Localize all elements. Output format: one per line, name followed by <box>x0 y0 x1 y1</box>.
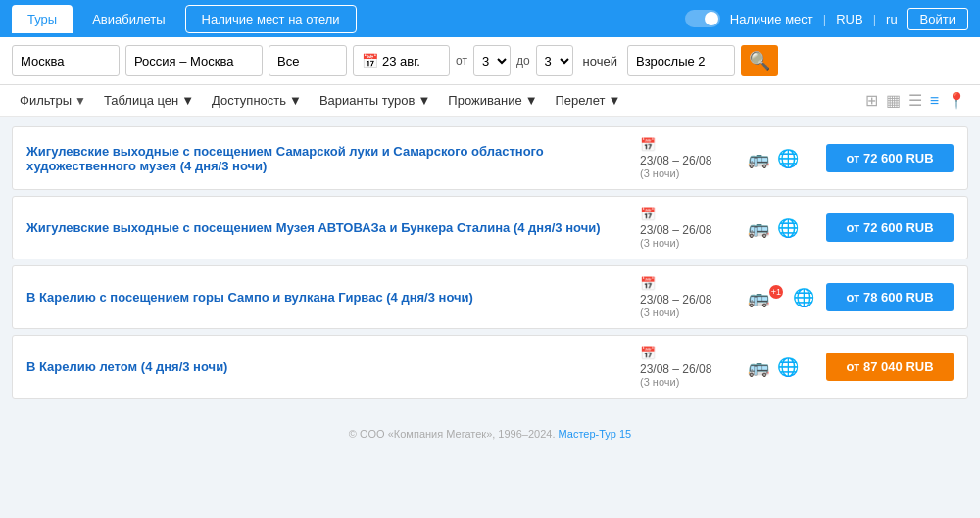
globe-icon: 🌐 <box>777 217 799 239</box>
tab-tours[interactable]: Туры <box>12 5 73 33</box>
tour-result-card: В Карелию летом (4 дня/3 ночи) 📅 23/08 –… <box>12 335 968 399</box>
transport-icon: 🚌 <box>748 287 769 308</box>
calendar-icon: 📅 <box>362 53 378 69</box>
availability-button[interactable]: Доступность ▼ <box>206 91 308 110</box>
globe-icon: 🌐 <box>777 148 799 169</box>
top-nav: Туры Авиабилеты Наличие мест на отели На… <box>0 0 980 37</box>
tour-icons: 🚌 🌐 <box>748 356 826 378</box>
nights: (3 ночи) <box>640 167 679 179</box>
date-range: 23/08 – 26/08 <box>640 154 711 167</box>
destination-input[interactable] <box>125 45 263 76</box>
city-input[interactable] <box>12 45 120 76</box>
search-bar: 📅 от 3 до 3 ночей 🔍 <box>0 37 980 85</box>
tour-icons: 🚌 🌐 <box>748 148 826 169</box>
from-label: от <box>456 54 467 68</box>
footer-link[interactable]: Мастер-Тур 15 <box>559 428 632 440</box>
nights: (3 ночи) <box>640 237 679 249</box>
tour-icons: 🚌 🌐 <box>748 217 826 239</box>
tour-result-card: Жигулевские выходные с посещением Музея … <box>12 196 968 259</box>
globe-icon: 🌐 <box>793 287 814 308</box>
filters-button[interactable]: Фильтры ▼ <box>14 91 92 110</box>
nav-right: Наличие мест | RUB | ru Войти <box>685 8 968 30</box>
currency-selector[interactable]: RUB <box>836 12 862 26</box>
to-label: до <box>516 54 530 68</box>
footer: © ООО «Компания Мегатек», 1996–2024. Мас… <box>0 414 980 453</box>
price-button[interactable]: от 72 600 RUB <box>826 213 954 242</box>
tour-icons: 🚌 +1 🌐 <box>748 287 826 308</box>
tour-dates: 📅 23/08 – 26/08 (3 ночи) <box>640 137 748 179</box>
guests-input[interactable] <box>627 45 735 76</box>
tour-dates: 📅 23/08 – 26/08 (3 ночи) <box>640 346 748 388</box>
price-button[interactable]: от 87 040 RUB <box>826 353 954 381</box>
tour-result-card: Жигулевские выходные с посещением Самарс… <box>12 126 968 190</box>
date-field[interactable]: 📅 <box>353 45 450 76</box>
price-table-button[interactable]: Таблица цен ▼ <box>98 91 200 110</box>
availability-toggle[interactable] <box>685 10 720 27</box>
calendar-icon: 📅 <box>640 276 656 291</box>
nights-from-select[interactable]: 3 <box>473 45 511 76</box>
date-input[interactable] <box>382 54 441 69</box>
view-grid-icon[interactable]: ⊞ <box>865 91 878 110</box>
transport-icon: 🚌 <box>748 356 769 378</box>
search-button[interactable]: 🔍 <box>741 45 778 76</box>
tab-flights[interactable]: Авиабилеты <box>76 5 180 33</box>
view-icons: ⊞ ▦ ☰ ≡ 📍 <box>865 91 966 110</box>
globe-icon: 🌐 <box>777 356 799 378</box>
tour-title[interactable]: Жигулевские выходные с посещением Самарс… <box>26 144 640 173</box>
tour-title[interactable]: В Карелию с посещением горы Сампо и вулк… <box>26 290 640 305</box>
divider-1: | <box>823 12 826 26</box>
filter-label: Фильтры <box>20 93 72 108</box>
plus-badge: +1 <box>769 285 783 299</box>
date-range: 23/08 – 26/08 <box>640 362 711 376</box>
date-range: 23/08 – 26/08 <box>640 223 711 237</box>
tour-dates: 📅 23/08 – 26/08 (3 ночи) <box>640 276 748 318</box>
price-button[interactable]: от 72 600 RUB <box>826 144 954 172</box>
results-area: Жигулевские выходные с посещением Самарс… <box>0 117 980 414</box>
tour-variants-button[interactable]: Варианты туров ▼ <box>314 91 436 110</box>
calendar-icon: 📅 <box>640 137 656 152</box>
tour-title[interactable]: Жигулевские выходные с посещением Музея … <box>26 220 640 235</box>
view-map-icon[interactable]: 📍 <box>947 91 966 110</box>
flight-button[interactable]: Перелет ▼ <box>550 91 627 110</box>
nights-label: ночей <box>579 54 621 69</box>
price-button[interactable]: от 78 600 RUB <box>826 283 954 311</box>
tab-hotels[interactable]: Наличие мест на отели <box>185 5 357 33</box>
transport-icon: 🚌 <box>748 217 769 239</box>
footer-text: © ООО «Компания Мегатек», 1996–2024. <box>349 428 556 440</box>
lang-selector[interactable]: ru <box>886 12 898 26</box>
accommodation-button[interactable]: Проживание ▼ <box>442 91 543 110</box>
transport-icon: 🚌 <box>748 148 769 169</box>
nav-tabs: Туры Авиабилеты Наличие мест на отели <box>12 5 357 33</box>
view-cards-icon[interactable]: ▦ <box>886 91 901 110</box>
calendar-icon: 📅 <box>640 346 656 360</box>
search-icon: 🔍 <box>749 50 770 71</box>
login-button[interactable]: Войти <box>907 8 968 30</box>
view-list-icon[interactable]: ≡ <box>930 92 939 110</box>
nights-to-select[interactable]: 3 <box>536 45 573 76</box>
tour-dates: 📅 23/08 – 26/08 (3 ночи) <box>640 207 748 249</box>
filters-bar: Фильтры ▼ Таблица цен ▼ Доступность ▼ Ва… <box>0 85 980 117</box>
nights: (3 ночи) <box>640 306 679 318</box>
date-range: 23/08 – 26/08 <box>640 293 711 306</box>
view-compact-icon[interactable]: ☰ <box>908 91 922 110</box>
tour-title[interactable]: В Карелию летом (4 дня/3 ночи) <box>26 359 640 374</box>
availability-label: Наличие мест <box>730 12 813 26</box>
filter-funnel-icon: ▼ <box>74 94 86 108</box>
tour-result-card: В Карелию с посещением горы Сампо и вулк… <box>12 265 968 329</box>
calendar-icon: 📅 <box>640 207 656 221</box>
divider-2: | <box>873 12 876 26</box>
nights: (3 ночи) <box>640 376 679 388</box>
category-input[interactable] <box>269 45 347 76</box>
